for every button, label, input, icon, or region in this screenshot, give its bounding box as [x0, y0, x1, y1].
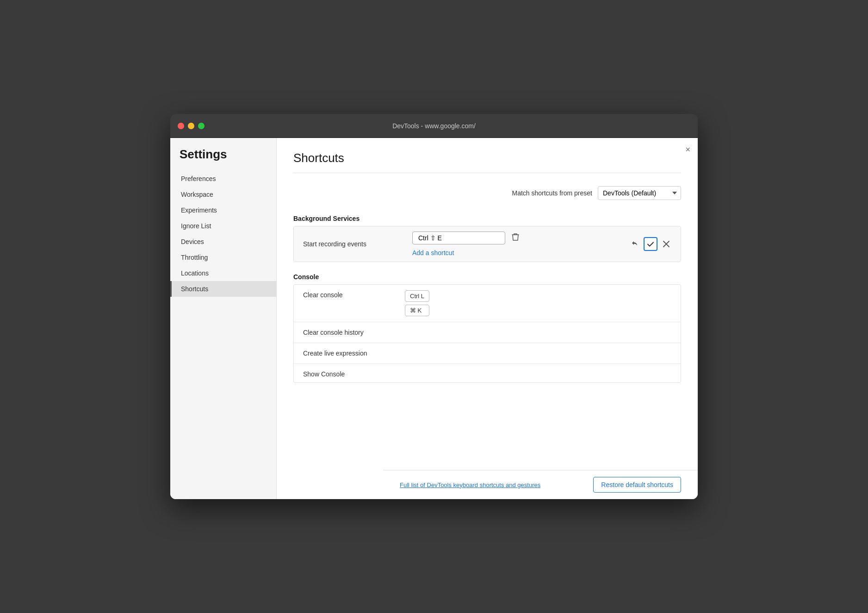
- shortcut-keys-area: Add a shortcut: [405, 226, 628, 262]
- sidebar-item-preferences[interactable]: Preferences: [170, 171, 276, 187]
- shortcut-name-start-recording: Start recording events: [294, 234, 405, 254]
- table-row: Start recording events Add a shortcut: [294, 226, 681, 262]
- key-badge: Ctrl L: [405, 290, 429, 302]
- table-row: Clear console history: [294, 322, 681, 343]
- console-title: Console: [293, 273, 681, 281]
- cancel-edit-button[interactable]: [659, 237, 673, 251]
- sidebar-item-locations[interactable]: Locations: [170, 265, 276, 281]
- restore-defaults-button[interactable]: Restore default shortcuts: [593, 477, 681, 493]
- add-shortcut-link[interactable]: Add a shortcut: [412, 249, 454, 256]
- close-button[interactable]: ×: [685, 145, 690, 154]
- key-badges-clear-console: Ctrl L ⌘ K: [405, 290, 429, 316]
- window-title: DevTools - www.google.com/: [392, 122, 476, 130]
- console-table: Clear console Ctrl L ⌘ K Clear console h…: [293, 284, 681, 383]
- window-body: Settings Preferences Workspace Experimen…: [170, 138, 698, 499]
- maximize-traffic-light[interactable]: [198, 123, 205, 129]
- sidebar-item-throttling[interactable]: Throttling: [170, 250, 276, 265]
- sidebar-item-experiments[interactable]: Experiments: [170, 202, 276, 218]
- add-shortcut-row: Add a shortcut: [412, 249, 620, 257]
- sidebar-item-shortcuts[interactable]: Shortcuts: [170, 281, 276, 297]
- delete-shortcut-button[interactable]: [510, 231, 521, 245]
- minimize-traffic-light[interactable]: [188, 123, 194, 129]
- action-buttons: [628, 232, 681, 256]
- table-row: Clear console Ctrl L ⌘ K: [294, 285, 681, 322]
- sidebar-item-workspace[interactable]: Workspace: [170, 187, 276, 202]
- table-row: Show Console: [294, 364, 681, 382]
- sidebar-heading: Settings: [170, 147, 276, 171]
- main-content: × Shortcuts Match shortcuts from preset …: [277, 138, 698, 499]
- title-divider: [293, 173, 681, 173]
- shortcut-name-clear-console: Clear console: [303, 290, 405, 300]
- close-traffic-light[interactable]: [178, 123, 184, 129]
- preset-label: Match shortcuts from preset: [512, 189, 592, 197]
- undo-button[interactable]: [628, 237, 642, 251]
- sidebar-item-devices[interactable]: Devices: [170, 234, 276, 250]
- shortcut-name-live-expression: Create live expression: [303, 349, 405, 358]
- shortcut-key-row: [412, 231, 620, 245]
- page-title: Shortcuts: [293, 151, 681, 165]
- sidebar-item-ignore-list[interactable]: Ignore List: [170, 218, 276, 234]
- full-list-link[interactable]: Full list of DevTools keyboard shortcuts…: [400, 482, 540, 488]
- sidebar: Settings Preferences Workspace Experimen…: [170, 138, 277, 499]
- preset-select[interactable]: DevTools (Default) Visual Studio Code: [598, 186, 681, 200]
- confirm-button[interactable]: [644, 237, 657, 251]
- traffic-lights: [178, 123, 205, 129]
- titlebar: DevTools - www.google.com/: [170, 114, 698, 138]
- background-services-table: Start recording events Add a shortcut: [293, 226, 681, 262]
- devtools-window: DevTools - www.google.com/ Settings Pref…: [170, 114, 698, 499]
- shortcut-key-input[interactable]: [412, 231, 505, 244]
- background-services-title: Background Services: [293, 215, 681, 222]
- shortcut-name-show-console: Show Console: [303, 369, 405, 379]
- footer: Full list of DevTools keyboard shortcuts…: [383, 470, 698, 499]
- table-row: Create live expression: [294, 343, 681, 364]
- shortcut-name-clear-history: Clear console history: [303, 328, 405, 337]
- preset-row: Match shortcuts from preset DevTools (De…: [293, 186, 681, 200]
- key-badge: ⌘ K: [405, 305, 429, 316]
